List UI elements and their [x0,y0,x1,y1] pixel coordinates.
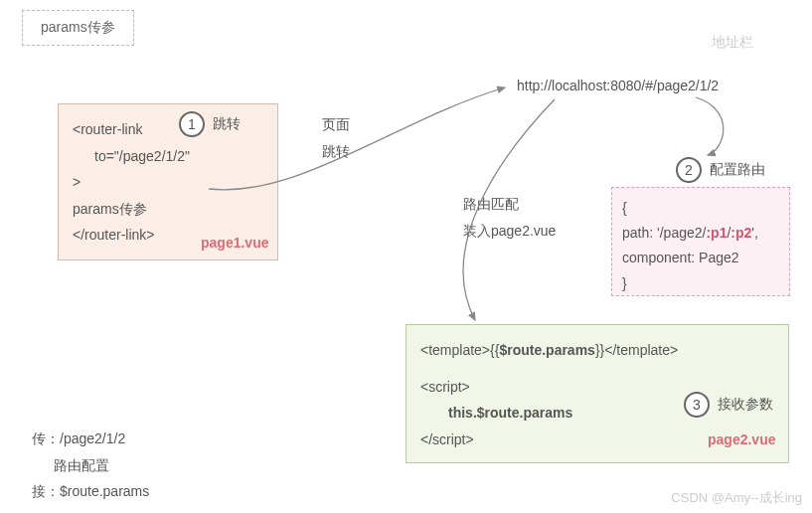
step-3-label: 接收参数 [718,396,773,414]
route-config-box: { path: '/page2/:p1/:p2', component: Pag… [611,187,790,296]
watermark: CSDN @Amy--成长ing [671,489,802,507]
summary-line: 接：$route.params [32,478,149,505]
code-line: > [73,169,263,196]
page2-file-label: page2.vue [708,431,775,447]
code-line: } [622,271,779,296]
step-1-label: 跳转 [213,115,241,133]
address-bar-label: 地址栏 [712,34,753,52]
page1-file-label: page1.vue [201,235,268,251]
summary-line: 路由配置 [32,452,149,479]
step-1-number: 1 [179,111,205,137]
step-2: 2 配置路由 [676,157,765,183]
code-line: to="/page2/1/2" [73,143,263,170]
url-text: http://localhost:8080/#/page2/1/2 [517,78,719,93]
step-1: 1 跳转 [179,111,241,137]
step-3-number: 3 [684,392,710,418]
code-line: path: '/page2/:p1/:p2', [622,221,779,246]
summary-block: 传：/page2/1/2 路由配置 接：$route.params [32,426,149,505]
summary-line: 传：/page2/1/2 [32,426,149,452]
step-2-number: 2 [676,157,702,183]
code-line: <template>{{$route.params}}</template> [420,337,774,364]
code-line: params传参 [73,196,263,223]
code-line: component: Page2 [622,246,779,270]
title-box: params传参 [22,10,134,46]
mid-route-match-label: 路由匹配 装入page2.vue [463,191,556,244]
mid-jump-label: 页面 跳转 [322,111,350,164]
title-text: params传参 [41,19,115,35]
step-3: 3 接收参数 [684,392,773,418]
code-line: { [622,196,779,221]
step-2-label: 配置路由 [710,161,765,179]
